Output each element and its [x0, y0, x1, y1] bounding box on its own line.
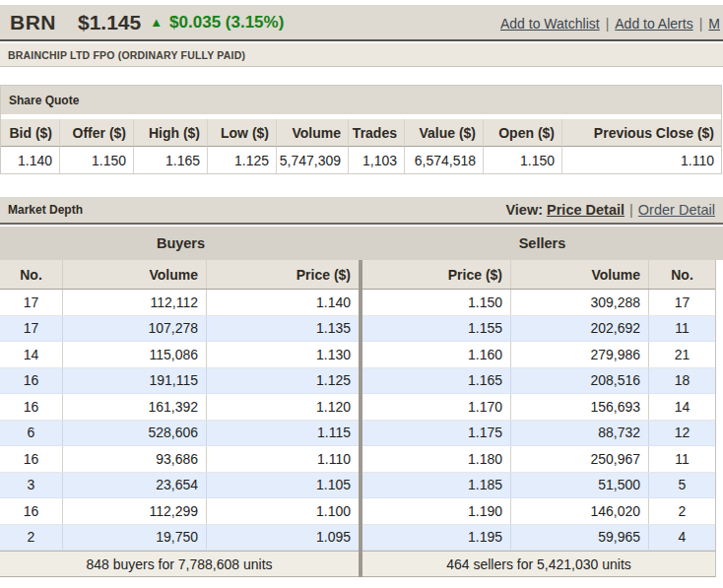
buyers-summary: 848 buyers for 7,788,608 units — [0, 551, 359, 577]
seller-price-cell: 1.150 — [362, 290, 511, 315]
buyer-no-cell: 17 — [0, 316, 63, 342]
seller-no-cell: 12 — [649, 421, 715, 446]
seller-volume-cell: 51,500 — [511, 473, 649, 498]
buyers-table-row: 3 23,654 1.105 — [0, 473, 359, 499]
buyers-table-row: 14 115,086 1.130 — [0, 342, 359, 368]
seller-price-cell: 1.170 — [362, 394, 511, 420]
buyer-price-cell: 1.100 — [207, 498, 359, 524]
buyer-no-cell: 16 — [0, 394, 63, 420]
quote-value-high: 1.165 — [134, 147, 208, 173]
company-name: BRAINCHIP LTD FPO (ORDINARY FULLY PAID) — [8, 49, 245, 61]
seller-price-cell: 1.185 — [362, 473, 511, 498]
col-header-volume: Volume — [277, 119, 349, 147]
buyer-no-cell: 16 — [0, 498, 63, 524]
quote-value-value: 6,574,518 — [405, 147, 484, 173]
col-header-open: Open ($) — [484, 119, 562, 147]
share-quote-section: Share Quote Bid ($) Offer ($) High ($) L… — [0, 85, 722, 174]
seller-volume-cell: 88,732 — [511, 421, 649, 446]
col-header-trades: Trades — [349, 119, 405, 147]
seller-volume-cell: 309,288 — [511, 290, 649, 315]
sellers-table-row: 1.185 51,500 5 — [362, 473, 715, 499]
seller-volume-cell: 59,965 — [511, 525, 649, 551]
seller-no-cell: 5 — [649, 473, 715, 498]
buyer-no-cell: 16 — [0, 446, 63, 472]
company-name-bar: BRAINCHIP LTD FPO (ORDINARY FULLY PAID) — [0, 43, 723, 67]
col-header-high: High ($) — [134, 119, 208, 147]
buyers-table-row: 16 191,115 1.125 — [0, 368, 359, 395]
market-depth-title: Market Depth — [8, 203, 83, 217]
buyers-col-volume: Volume — [63, 260, 207, 289]
sellers-table-row: 1.160 279,986 21 — [362, 342, 715, 368]
sellers-summary: 464 sellers for 5,421,030 units — [362, 551, 715, 577]
buyer-price-cell: 1.140 — [207, 290, 359, 315]
buyer-volume-cell: 23,654 — [63, 473, 207, 498]
seller-volume-cell: 279,986 — [511, 342, 649, 367]
sellers-rows: 1.150 309,288 17 1.155 202,692 11 1.160 … — [362, 290, 715, 551]
sellers-heading: Sellers — [362, 227, 723, 260]
buyer-volume-cell: 161,392 — [63, 394, 207, 420]
sellers-header-row: Price ($) Volume No. — [362, 260, 715, 290]
stock-symbol: BRN — [10, 11, 56, 34]
buyer-no-cell: 17 — [0, 290, 63, 315]
seller-no-cell: 14 — [649, 394, 715, 420]
sellers-col-volume: Volume — [511, 260, 649, 289]
price-change: $0.035 (3.15%) — [169, 13, 284, 33]
buyers-table-row: 2 19,750 1.095 — [0, 525, 359, 552]
col-header-value: Value ($) — [405, 119, 484, 147]
seller-volume-cell: 208,516 — [511, 368, 649, 394]
seller-price-cell: 1.190 — [362, 498, 511, 524]
seller-no-cell: 11 — [649, 446, 715, 472]
sellers-table-row: 1.175 88,732 12 — [362, 421, 715, 447]
buyers-table: No. Volume Price ($) 17 112,112 1.140 17… — [0, 260, 359, 577]
link-separator: | — [606, 16, 610, 32]
buyer-volume-cell: 191,115 — [63, 368, 207, 394]
buyer-no-cell: 6 — [0, 421, 63, 446]
seller-no-cell: 17 — [649, 290, 715, 315]
buyers-col-price: Price ($) — [207, 260, 359, 289]
market-depth-title-bar: Market Depth View: Price Detail|Order De… — [0, 197, 723, 225]
stock-quote-header-bar: BRN $1.145 ▲ $0.035 (3.15%) Add to Watch… — [0, 5, 723, 41]
seller-price-cell: 1.155 — [362, 316, 511, 342]
buyers-heading: Buyers — [0, 227, 362, 260]
quote-value-bid: 1.140 — [1, 147, 60, 173]
buyer-price-cell: 1.110 — [207, 446, 359, 472]
buyer-volume-cell: 115,086 — [63, 342, 207, 367]
buyers-header-row: No. Volume Price ($) — [0, 260, 359, 290]
buyer-volume-cell: 112,112 — [63, 290, 207, 315]
seller-volume-cell: 202,692 — [511, 316, 649, 342]
add-to-watchlist-link[interactable]: Add to Watchlist — [500, 16, 600, 32]
buyer-volume-cell: 112,299 — [63, 498, 207, 524]
buyers-rows: 17 112,112 1.140 17 107,278 1.135 14 115… — [0, 290, 359, 551]
seller-price-cell: 1.195 — [362, 525, 511, 551]
buyer-price-cell: 1.135 — [207, 316, 359, 342]
link-separator: | — [699, 16, 703, 32]
quote-value-prev-close: 1.110 — [562, 147, 721, 173]
quote-value-open: 1.150 — [484, 147, 562, 173]
buyer-price-cell: 1.120 — [207, 394, 359, 420]
sellers-table-row: 1.165 208,516 18 — [362, 368, 715, 395]
add-to-alerts-link[interactable]: Add to Alerts — [615, 16, 692, 32]
order-detail-link[interactable]: Order Detail — [638, 202, 715, 218]
view-switcher: View: Price Detail|Order Detail — [505, 202, 715, 218]
sellers-col-price: Price ($) — [362, 260, 511, 289]
buyers-table-row: 6 528,606 1.115 — [0, 421, 359, 447]
sellers-table-row: 1.195 59,965 4 — [362, 525, 715, 552]
buyer-volume-cell: 528,606 — [63, 421, 207, 446]
price-detail-link[interactable]: Price Detail — [547, 202, 624, 218]
buyer-no-cell: 16 — [0, 368, 63, 394]
quote-value-trades: 1,103 — [349, 147, 405, 173]
sellers-table-row: 1.155 202,692 11 — [362, 316, 715, 343]
buyer-volume-cell: 93,686 — [63, 446, 207, 472]
seller-price-cell: 1.165 — [362, 368, 511, 394]
sellers-table-row: 1.190 146,020 2 — [362, 498, 715, 525]
buyers-sellers-bar: Buyers Sellers — [0, 227, 723, 260]
header-links: Add to Watchlist|Add to Alerts|M — [500, 16, 720, 32]
buyer-no-cell: 14 — [0, 342, 63, 367]
share-quote-header-row: Bid ($) Offer ($) High ($) Low ($) Volum… — [1, 119, 721, 147]
buyers-table-row: 16 161,392 1.120 — [0, 394, 359, 421]
more-link-truncated[interactable]: M — [708, 16, 720, 32]
buyer-no-cell: 2 — [0, 525, 63, 551]
seller-price-cell: 1.180 — [362, 446, 511, 472]
seller-no-cell: 11 — [649, 316, 715, 342]
share-quote-values-row: 1.140 1.150 1.165 1.125 5,747,309 1,103 … — [1, 147, 721, 173]
